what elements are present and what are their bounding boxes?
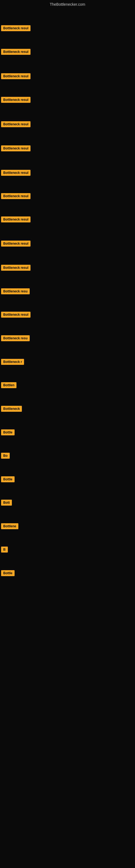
bottleneck-badge-1[interactable]: Bottleneck resul [1,25,31,31]
bottleneck-badge-10[interactable]: Bottleneck resul [1,241,31,247]
bottleneck-badge-15[interactable]: Bottleneck r [1,359,24,365]
result-row: Bottleneck resul [0,24,32,33]
bottleneck-badge-3[interactable]: Bottleneck resul [1,73,31,79]
result-row: Bottleneck resu [0,334,31,343]
bottleneck-badge-11[interactable]: Bottleneck resul [1,265,31,271]
result-row: Bottleneck resu [0,287,31,297]
bottleneck-badge-20[interactable]: Bottle [1,476,14,482]
result-row: Bottle [0,428,16,437]
result-row: Bottleneck resul [0,48,32,57]
result-row: Bottle [0,569,16,578]
result-row: Bottleneck resul [0,96,32,105]
bottleneck-badge-17[interactable]: Bottleneck [1,406,22,412]
result-row: Bottlene [0,522,19,531]
site-title: TheBottlenecker.com [0,0,135,9]
bottleneck-badge-8[interactable]: Bottleneck resul [1,193,31,199]
site-title-container: TheBottlenecker.com [0,0,135,9]
badges-container: Bottleneck resulBottleneck resulBottlene… [0,9,135,868]
bottleneck-badge-18[interactable]: Bottle [1,429,14,435]
result-row: Bottleneck [0,405,23,414]
bottleneck-badge-12[interactable]: Bottleneck resu [1,288,30,294]
result-row: Bottleneck resul [0,240,32,249]
result-row: Bottle [0,475,16,485]
bottleneck-badge-2[interactable]: Bottleneck resul [1,49,31,55]
result-row: Bottleneck resul [0,192,32,201]
bottleneck-badge-21[interactable]: Bott [1,500,12,506]
bottleneck-badge-5[interactable]: Bottleneck resul [1,121,31,127]
result-row: Bottleneck resul [0,169,32,178]
result-row: Bottleneck resul [0,144,32,154]
bottleneck-badge-6[interactable]: Bottleneck resul [1,145,31,151]
bottleneck-badge-14[interactable]: Bottleneck resu [1,335,30,341]
result-row: Bo [0,452,11,461]
bottleneck-badge-9[interactable]: Bottleneck resul [1,216,31,222]
result-row: Bottleneck resul [0,311,32,320]
bottleneck-badge-19[interactable]: Bo [1,453,10,459]
result-row: Bottleneck resul [0,120,32,129]
bottleneck-badge-13[interactable]: Bottleneck resul [1,312,31,318]
bottleneck-badge-4[interactable]: Bottleneck resul [1,97,31,103]
result-row: Bottleneck resul [0,72,32,82]
result-row: Bottleneck resul [0,215,32,225]
bottleneck-badge-22[interactable]: Bottlene [1,523,18,529]
result-row: B [0,546,9,555]
bottleneck-badge-16[interactable]: Bottlen [1,382,16,388]
bottleneck-badge-24[interactable]: Bottle [1,570,14,576]
result-row: Bottlen [0,381,17,390]
bottleneck-badge-7[interactable]: Bottleneck resul [1,170,31,176]
result-row: Bottleneck r [0,358,25,367]
bottleneck-badge-23[interactable]: B [1,547,8,553]
result-row: Bottleneck resul [0,264,32,273]
result-row: Bott [0,499,13,508]
